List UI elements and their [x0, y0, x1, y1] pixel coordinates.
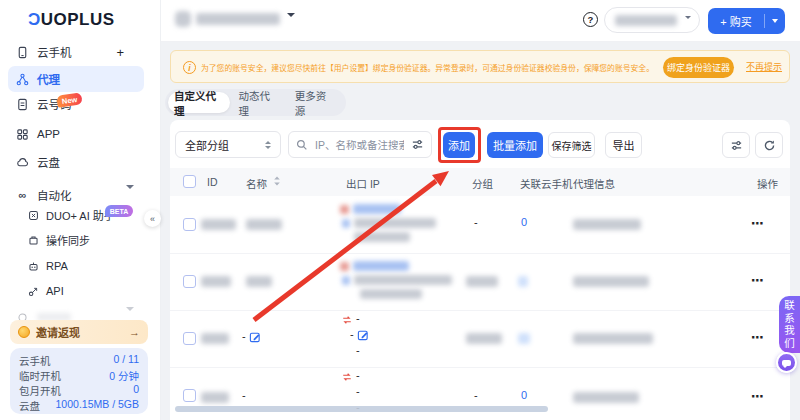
- sidebar-item-rpa[interactable]: RPA: [22, 255, 144, 277]
- proxy-table-card: 全部分组 添加 批量添加 保存筛选 导出 ID 名称 出口 IP 分组 关联云手…: [170, 120, 790, 420]
- buy-dropdown-toggle[interactable]: [765, 19, 785, 23]
- add-cloud-phone-icon[interactable]: +: [116, 45, 136, 60]
- group-redacted: [466, 333, 502, 344]
- chat-button[interactable]: [776, 352, 797, 373]
- ip-line3: -: [356, 344, 360, 356]
- linked-phones-redacted[interactable]: [518, 276, 528, 287]
- cloud-number-icon: [16, 98, 29, 111]
- refresh-button[interactable]: [755, 132, 783, 158]
- select-arrows-icon: [265, 141, 271, 149]
- col-name: 名称: [246, 176, 267, 191]
- export-button[interactable]: 导出: [605, 132, 642, 158]
- row-actions-button[interactable]: ⋯: [751, 273, 765, 288]
- ai-assistant-icon: [28, 210, 39, 221]
- account-balance-pill[interactable]: [604, 7, 700, 33]
- proxy-info-redacted: [573, 333, 653, 344]
- id-redacted: [201, 276, 231, 287]
- sidebar-item-proxy[interactable]: 代理: [8, 66, 144, 92]
- buy-button[interactable]: + 购买: [708, 8, 785, 34]
- table-row: - 0 ⋯: [170, 196, 790, 254]
- stat-cloud-disk: 云盘1000.15MB / 5GB: [19, 398, 139, 413]
- ip-detail-redacted: [360, 289, 422, 299]
- refresh-ip-icon[interactable]: [341, 371, 353, 383]
- beta-badge: BETA: [105, 205, 133, 217]
- linked-phones-link[interactable]: 0: [521, 216, 527, 228]
- dismiss-link[interactable]: 不再提示: [746, 60, 782, 73]
- column-settings-button[interactable]: [722, 132, 750, 158]
- rpa-icon: [28, 261, 39, 272]
- sidebar-item-operation-sync[interactable]: 操作同步: [22, 229, 144, 251]
- row-actions-button[interactable]: ⋯: [751, 216, 765, 231]
- name-value: -: [242, 389, 246, 401]
- tab-dynamic-proxy[interactable]: 动态代理: [230, 92, 286, 113]
- horizontal-scrollbar[interactable]: [175, 406, 548, 412]
- filter-icon[interactable]: [411, 138, 424, 151]
- sidebar-collapse-button[interactable]: «: [144, 210, 161, 227]
- ip-link-redacted[interactable]: [353, 261, 409, 271]
- name-redacted: [246, 219, 282, 230]
- edit-icon[interactable]: [357, 329, 369, 341]
- linked-phones-link[interactable]: 0: [521, 389, 527, 401]
- help-button[interactable]: ?: [583, 12, 598, 27]
- select-all-checkbox[interactable]: [183, 175, 196, 188]
- col-proxy-info: 代理信息: [573, 176, 615, 191]
- contact-us-tab[interactable]: 联系我们: [779, 296, 800, 353]
- linked-phones-redacted[interactable]: [518, 333, 530, 344]
- bind-authenticator-button[interactable]: 绑定身份验证器: [663, 57, 734, 78]
- logo-d: Ɔ: [28, 10, 41, 29]
- col-id: ID: [207, 176, 218, 188]
- stat-temp-boot: 临时开机0 分钟: [19, 368, 139, 383]
- account-avatar: [175, 11, 191, 27]
- account-name-redacted: [196, 13, 280, 25]
- balance-redacted: [615, 15, 677, 26]
- topbar: ? + 购买: [160, 0, 800, 42]
- stat-cloud-phone: 云手机0 / 11: [19, 353, 139, 368]
- sidebar-item-cloud-phone[interactable]: 云手机 +: [8, 39, 144, 65]
- sidebar-item-app[interactable]: APP: [8, 121, 144, 147]
- col-group: 分组: [472, 176, 493, 191]
- copy-icon[interactable]: [342, 219, 350, 228]
- tab-more-resources[interactable]: 更多资源: [287, 92, 343, 113]
- sidebar-item-api[interactable]: API: [22, 280, 144, 302]
- row-checkbox[interactable]: [183, 275, 196, 288]
- row-checkbox[interactable]: [183, 332, 196, 345]
- sidebar-item-cloud-drive[interactable]: 云盘: [8, 149, 144, 175]
- col-actions: 操作: [757, 176, 778, 191]
- invite-cashback-banner[interactable]: 邀请返现 →: [10, 320, 148, 344]
- table-row: - - - - ⋯: [170, 310, 790, 368]
- ip-link-redacted[interactable]: [353, 204, 401, 214]
- ip-redacted: [354, 275, 452, 285]
- search-input[interactable]: [313, 138, 406, 152]
- cloud-phone-icon: [16, 46, 29, 59]
- chevron-down-icon: [685, 19, 691, 37]
- tab-custom-proxy[interactable]: 自定义代理: [168, 92, 230, 113]
- proxy-info-redacted: [573, 392, 639, 403]
- ip-line2: -: [356, 385, 360, 397]
- sort-icon[interactable]: [273, 175, 281, 187]
- row-checkbox[interactable]: [183, 389, 196, 402]
- banner-text: 为了您的账号安全，建议您尽快前往【用户设置】绑定身份验证器。异常登录时，可通过身…: [201, 61, 654, 72]
- flag-redacted: [340, 262, 349, 271]
- sync-icon: [28, 235, 39, 246]
- row-actions-button[interactable]: ⋯: [751, 389, 765, 404]
- app-grid-icon: [16, 128, 29, 141]
- edit-icon[interactable]: [249, 331, 261, 343]
- collapse-icon: «: [150, 214, 155, 224]
- ip-redacted: [354, 218, 436, 228]
- coin-icon: [18, 326, 30, 338]
- duoplus-logo: ƆUOPLUS: [28, 10, 115, 30]
- table-row: ⋯: [170, 253, 790, 311]
- stat-monthly-boot: 包月开机0: [19, 383, 139, 398]
- save-filter-button[interactable]: 保存筛选: [548, 132, 595, 158]
- batch-add-button[interactable]: 批量添加: [487, 132, 543, 158]
- group-filter-select[interactable]: 全部分组: [175, 131, 281, 158]
- row-actions-button[interactable]: ⋯: [751, 330, 765, 345]
- group-value: -: [474, 216, 478, 228]
- row-checkbox[interactable]: [183, 218, 196, 231]
- ip-line1: -: [356, 369, 360, 381]
- refresh-ip-icon[interactable]: [341, 314, 353, 326]
- sliders-icon: [730, 139, 743, 152]
- copy-icon[interactable]: [342, 276, 350, 285]
- proxy-type-tabs: 自定义代理 动态代理 更多资源: [165, 89, 346, 116]
- ip-line2: -: [350, 328, 354, 340]
